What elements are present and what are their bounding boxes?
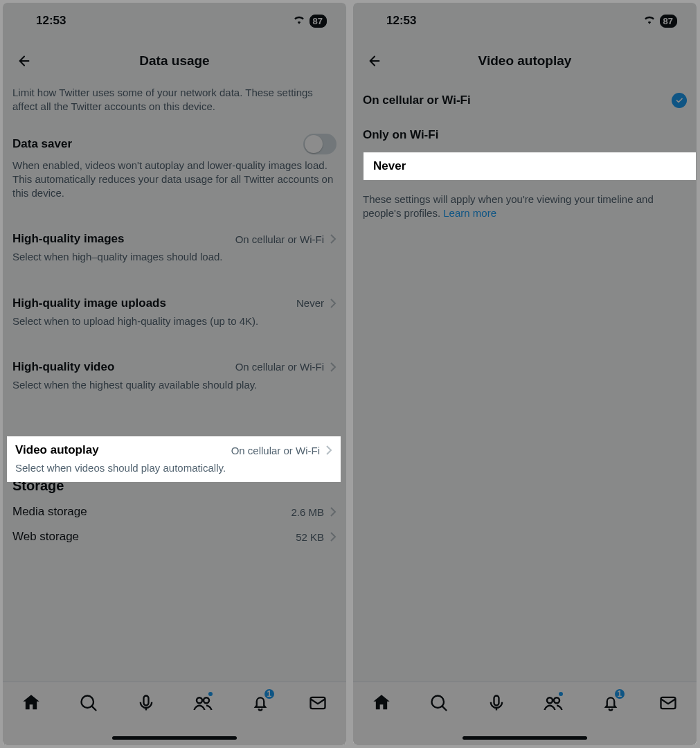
mail-icon [658, 693, 678, 713]
intro-text: Limit how Twitter uses some of your netw… [12, 84, 336, 127]
hq-uploads-row[interactable]: High-quality image uploads Never [12, 290, 336, 312]
media-storage-label: Media storage [12, 505, 87, 519]
home-indicator [463, 736, 587, 740]
tab-search[interactable] [75, 689, 102, 717]
footer-note: These settings will apply when you're vi… [353, 183, 697, 221]
chevron-right-icon [330, 298, 336, 309]
tab-bar: 1 [3, 682, 346, 745]
battery-indicator: 87 [309, 15, 327, 28]
chevron-right-icon [330, 362, 336, 373]
status-bar: 12:53 87 [3, 3, 346, 39]
arrow-left-icon [367, 53, 382, 69]
nav-header: Video autoplay [353, 39, 697, 83]
option-never[interactable]: Never [364, 152, 696, 180]
media-storage-row[interactable]: Media storage 2.6 MB [12, 499, 336, 524]
media-storage-value: 2.6 MB [291, 506, 324, 518]
web-storage-row[interactable]: Web storage 52 KB [12, 524, 336, 549]
mic-icon [487, 693, 506, 713]
search-icon [429, 693, 449, 713]
option-cell-wifi[interactable]: On cellular or Wi-Fi [353, 83, 697, 118]
home-icon [372, 693, 391, 713]
tab-spaces[interactable] [132, 689, 160, 717]
hq-images-label: High-quality images [12, 232, 125, 246]
chevron-right-icon [330, 233, 336, 244]
video-autoplay-desc: Select when videos should play automatic… [15, 457, 332, 475]
back-button[interactable] [363, 49, 386, 73]
svg-point-7 [547, 697, 553, 703]
tab-communities[interactable] [539, 689, 567, 717]
video-autoplay-value: On cellular or Wi-Fi [231, 445, 320, 456]
hq-images-row[interactable]: High-quality images On cellular or Wi-Fi [12, 225, 336, 247]
video-autoplay-label: Video autoplay [15, 443, 99, 457]
hq-video-label: High-quality video [12, 360, 114, 374]
arrow-left-icon [17, 53, 32, 69]
tab-messages[interactable] [304, 689, 332, 717]
back-button[interactable] [12, 49, 36, 73]
hq-video-row[interactable]: High-quality video On cellular or Wi-Fi [12, 353, 336, 375]
status-time: 12:53 [386, 14, 416, 28]
chevron-right-icon [330, 506, 336, 517]
web-storage-value: 52 KB [296, 531, 324, 543]
page-title: Video autoplay [353, 53, 697, 69]
home-icon [21, 693, 41, 713]
phone-data-usage: 12:53 87 Data usage Limit how Twitter us… [3, 3, 346, 745]
learn-more-link[interactable]: Learn more [443, 207, 496, 219]
notifications-badge: 1 [263, 688, 276, 700]
chevron-right-icon [330, 531, 336, 542]
svg-point-3 [204, 697, 209, 703]
hq-uploads-label: High-quality image uploads [12, 296, 166, 310]
tab-search[interactable] [425, 689, 453, 717]
data-saver-desc: When enabled, videos won't autoplay and … [12, 156, 336, 212]
phone-video-autoplay: 12:53 87 Video autoplay On cellular or W… [353, 3, 697, 745]
nav-header: Data usage [3, 39, 346, 83]
option-label: On cellular or Wi-Fi [363, 93, 471, 107]
search-icon [79, 693, 98, 713]
tab-notifications[interactable]: 1 [246, 689, 274, 717]
tab-communities[interactable] [189, 689, 217, 717]
svg-point-2 [197, 697, 202, 703]
tab-home[interactable] [368, 689, 395, 717]
tab-spaces[interactable] [483, 689, 510, 717]
status-bar: 12:53 87 [353, 3, 697, 39]
wifi-icon [293, 14, 305, 28]
svg-rect-6 [494, 696, 499, 706]
tab-bar: 1 [353, 682, 697, 745]
hq-images-value: On cellular or Wi-Fi [235, 233, 324, 245]
option-label: Never [373, 159, 406, 172]
mic-icon [136, 693, 156, 713]
tab-home[interactable] [17, 689, 45, 717]
video-autoplay-row[interactable]: Video autoplay On cellular or Wi-Fi Sele… [7, 436, 341, 482]
tab-notifications[interactable]: 1 [597, 689, 625, 717]
option-label: Only on Wi-Fi [363, 128, 438, 142]
hq-video-value: On cellular or Wi-Fi [235, 361, 324, 373]
mail-icon [308, 693, 327, 713]
wifi-icon [643, 14, 656, 28]
battery-indicator: 87 [660, 15, 677, 28]
footer-note-text: These settings will apply when you're vi… [363, 193, 654, 219]
svg-rect-1 [143, 696, 148, 706]
page-title: Data usage [3, 53, 346, 69]
chevron-right-icon [325, 445, 332, 456]
option-wifi-only[interactable]: Only on Wi-Fi [353, 118, 697, 152]
status-time: 12:53 [36, 14, 66, 28]
home-indicator [112, 736, 237, 740]
data-saver-row: Data saver [12, 127, 336, 156]
hq-uploads-desc: Select when to upload high-quality image… [12, 312, 336, 339]
tab-messages[interactable] [654, 689, 682, 717]
hq-video-desc: Select when the highest quality availabl… [12, 375, 336, 403]
svg-point-8 [554, 697, 559, 703]
data-saver-toggle[interactable] [303, 134, 336, 154]
hq-uploads-value: Never [296, 297, 324, 309]
check-icon [672, 93, 687, 108]
notifications-badge: 1 [613, 688, 626, 700]
hq-images-desc: Select when high–quality images should l… [12, 247, 336, 275]
web-storage-label: Web storage [12, 530, 79, 544]
data-saver-label: Data saver [12, 137, 72, 151]
